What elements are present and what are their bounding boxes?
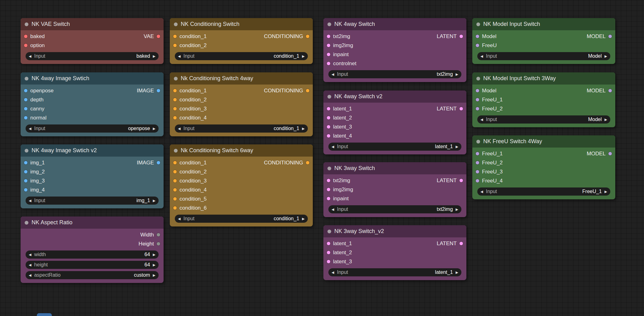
widget-input[interactable]: ◀Inputopenpose▶ [26,124,159,133]
input-port-icon[interactable] [476,98,479,101]
input-slot-freeu-2[interactable]: FreeU_2 [476,160,503,166]
input-port-icon[interactable] [476,107,479,110]
input-slot-condition-6[interactable]: condition_6 [173,205,207,211]
node-header[interactable]: NK Conditioning Switch [170,18,313,30]
node-nk-4way-switch[interactable]: NK 4way Switchtxt2imgLATENTimg2imginpain… [323,18,466,82]
output-port-icon[interactable] [157,35,160,38]
input-slot-condition-1[interactable]: condition_1 [173,88,207,94]
widget-left-arrow-icon[interactable]: ◀ [480,55,483,58]
node-header[interactable]: NK FreeU Switch 4Way [472,135,615,148]
output-port-icon[interactable] [306,35,309,38]
widget-left-arrow-icon[interactable]: ◀ [332,208,334,211]
collapse-dot-icon[interactable] [327,22,331,26]
widget-right-arrow-icon[interactable]: ▶ [456,271,458,274]
input-port-icon[interactable] [476,179,479,182]
widget-right-arrow-icon[interactable]: ▶ [153,55,155,58]
output-port-icon[interactable] [460,242,463,245]
output-slot-width[interactable]: Width [140,232,160,238]
input-slot-condition-1[interactable]: condition_1 [173,160,207,166]
input-port-icon[interactable] [24,35,27,38]
input-port-icon[interactable] [327,62,330,65]
input-port-icon[interactable] [173,206,177,210]
widget-right-arrow-icon[interactable]: ▶ [153,274,155,277]
input-slot-latent-2[interactable]: latent_2 [327,250,352,256]
collapse-dot-icon[interactable] [327,230,331,233]
widget-right-arrow-icon[interactable]: ▶ [153,263,155,267]
widget-left-arrow-icon[interactable]: ◀ [332,145,334,148]
collapse-dot-icon[interactable] [25,22,28,26]
input-port-icon[interactable] [173,179,177,182]
node-nk-conditioning-switch[interactable]: NK Conditioning Switchcondition_1CONDITI… [170,18,313,64]
input-slot-condition-3[interactable]: condition_3 [173,106,207,112]
input-port-icon[interactable] [24,188,27,192]
output-port-icon[interactable] [157,233,160,236]
input-port-icon[interactable] [173,107,177,110]
input-slot-condition-5[interactable]: condition_5 [173,196,207,202]
widget-right-arrow-icon[interactable]: ▶ [153,253,155,256]
node-header[interactable]: NK 3way Switch [323,162,466,174]
output-slot-vae[interactable]: VAE [144,33,160,40]
input-port-icon[interactable] [327,260,330,263]
node-header[interactable]: NK 3way Switch_v2 [323,225,466,237]
input-port-icon[interactable] [173,89,177,92]
node-graph-canvas[interactable]: NK VAE SwitchbakedVAEoption◀Inputbaked▶N… [0,0,644,316]
input-slot-inpaint[interactable]: inpaint [327,51,349,58]
output-port-icon[interactable] [460,35,463,38]
input-slot-latent-4[interactable]: latent_4 [327,133,352,139]
input-slot-latent-1[interactable]: latent_1 [327,241,352,247]
collapse-dot-icon[interactable] [174,22,178,26]
widget-right-arrow-icon[interactable]: ▶ [605,118,607,121]
input-slot-normal[interactable]: normal [24,115,47,121]
input-slot-img2img[interactable]: img2img [327,42,353,49]
input-slot-openpose[interactable]: openpose [24,88,54,94]
output-slot-image[interactable]: IMAGE [137,88,160,94]
node-nk-3way-switch-v2[interactable]: NK 3way Switch_v2latent_1LATENTlatent_2l… [323,225,466,280]
output-port-icon[interactable] [157,161,160,164]
node-nk-conditioning-switch-6way[interactable]: Nk Conditioning Switch 6waycondition_1CO… [170,144,313,226]
input-port-icon[interactable] [173,170,177,173]
input-slot-img-1[interactable]: img_1 [24,160,45,166]
widget-right-arrow-icon[interactable]: ▶ [302,127,305,130]
output-slot-conditioning[interactable]: CONDITIONING [264,160,309,166]
widget-input[interactable]: ◀InputModel▶ [477,52,610,60]
input-slot-controlnet[interactable]: controlnet [327,61,356,67]
input-port-icon[interactable] [327,242,330,245]
node-nk-4way-image-swtich[interactable]: NK 4way Image SwtichopenposeIMAGEdepthca… [21,72,164,136]
input-port-icon[interactable] [476,152,479,155]
input-port-icon[interactable] [24,179,27,182]
node-nk-3way-switch[interactable]: NK 3way Switchtxt2imgLATENTimg2imginpain… [323,162,466,217]
widget-input[interactable]: ◀Inputbaked▶ [26,52,159,60]
widget-right-arrow-icon[interactable]: ▶ [153,199,155,202]
output-port-icon[interactable] [306,89,309,92]
input-slot-baked[interactable]: baked [24,33,45,40]
widget-input[interactable]: ◀Inputcondition_1▶ [175,52,308,60]
collapse-dot-icon[interactable] [476,77,480,80]
input-port-icon[interactable] [173,188,177,192]
widget-left-arrow-icon[interactable]: ◀ [29,274,31,277]
widget-right-arrow-icon[interactable]: ▶ [302,217,305,221]
input-port-icon[interactable] [173,116,177,119]
collapse-dot-icon[interactable] [327,167,331,170]
widget-input[interactable]: ◀Inputtxt2img▶ [328,205,461,213]
widget-input[interactable]: ◀Inputlatent_1▶ [328,268,461,276]
input-port-icon[interactable] [327,35,330,38]
input-slot-depth[interactable]: depth [24,97,44,103]
input-port-icon[interactable] [327,251,330,254]
widget-left-arrow-icon[interactable]: ◀ [178,127,180,130]
input-port-icon[interactable] [24,170,27,173]
input-slot-condition-2[interactable]: condition_2 [173,97,207,103]
input-slot-txt2img[interactable]: txt2img [327,33,350,40]
widget-right-arrow-icon[interactable]: ▶ [605,190,607,193]
input-slot-freeu-1[interactable]: FreeU_1 [476,151,503,157]
widget-input[interactable]: ◀InputModel▶ [477,115,610,124]
node-nk-freeu-switch-4way[interactable]: NK FreeU Switch 4WayFreeU_1MODELFreeU_2F… [472,135,615,199]
input-port-icon[interactable] [24,89,27,92]
widget-left-arrow-icon[interactable]: ◀ [332,271,334,274]
widget-right-arrow-icon[interactable]: ▶ [456,73,458,76]
collapse-dot-icon[interactable] [476,22,480,26]
widget-right-arrow-icon[interactable]: ▶ [456,208,458,211]
widget-right-arrow-icon[interactable]: ▶ [605,55,607,58]
output-slot-model[interactable]: MODEL [587,88,612,94]
input-port-icon[interactable] [173,161,177,164]
node-header[interactable]: NK VAE Switch [21,18,164,30]
